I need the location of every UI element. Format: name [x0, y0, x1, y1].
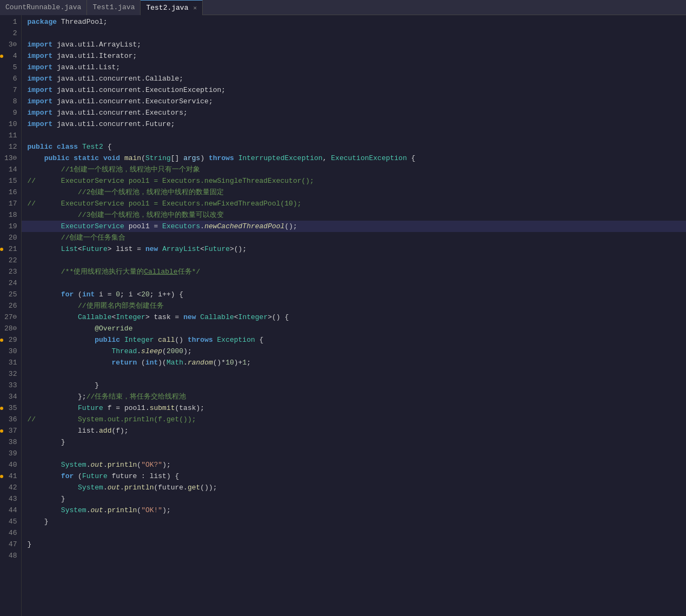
- line-num-18: 18: [4, 209, 17, 221]
- tab-test1[interactable]: Test1.java: [87, 0, 141, 15]
- tab-test2-close-icon[interactable]: ✕: [193, 4, 197, 11]
- code-line-16: //2创建一个线程池，线程池中线程的数量固定: [22, 187, 686, 198]
- code-line-6: import java.util.concurrent.Callable;: [22, 73, 686, 84]
- line-num-39: 39: [4, 448, 17, 459]
- code-line-7: import java.util.concurrent.ExecutionExc…: [22, 84, 686, 96]
- tab-test2-label: Test2.java: [146, 4, 188, 12]
- code-line-19: ExecutorService pool1 = Executors.newCac…: [22, 221, 686, 232]
- line-num-43: 43: [4, 493, 17, 505]
- code-line-46: [22, 527, 686, 539]
- line-num-46: 46: [4, 527, 17, 539]
- code-line-43: }: [22, 493, 686, 505]
- line-num-47: 47: [4, 539, 17, 550]
- code-line-48: [22, 550, 686, 561]
- code-line-17: // ExecutorService pool1 = Executors.new…: [22, 198, 686, 209]
- code-line-32: [22, 368, 686, 380]
- code-line-38: }: [22, 436, 686, 448]
- code-line-30: Thread.sleep(2000);: [22, 346, 686, 357]
- code-line-45: }: [22, 516, 686, 527]
- code-line-10: import java.util.concurrent.Future;: [22, 118, 686, 130]
- line-num-9: 9: [4, 107, 17, 118]
- code-line-23: /**使用线程池执行大量的Callable任务*/: [22, 266, 686, 277]
- code-line-8: import java.util.concurrent.ExecutorServ…: [22, 96, 686, 107]
- code-line-35: Future f = pool1.submit(task);: [22, 402, 686, 414]
- code-line-18: //3创建一个线程池，线程池中的数量可以改变: [22, 209, 686, 221]
- line-num-12: 12: [4, 141, 17, 153]
- line-num-25: 25: [4, 289, 17, 300]
- line-num-44: 44: [4, 505, 17, 516]
- line-num-36: 36: [4, 414, 17, 425]
- line-num-41: 41: [4, 471, 17, 482]
- line-num-28: 28⊖: [4, 323, 17, 334]
- code-line-42: System.out.println(future.get());: [22, 482, 686, 493]
- code-line-29: public Integer call() throws Exception {: [22, 334, 686, 346]
- code-line-28: @Override: [22, 323, 686, 334]
- line-num-20: 20: [4, 232, 17, 243]
- line-num-8: 8: [4, 96, 17, 107]
- line-num-30: 30: [4, 346, 17, 357]
- code-line-20: //创建一个任务集合: [22, 232, 686, 243]
- line-num-21: 21: [4, 243, 17, 255]
- tab-count-runnable-label: CountRunnable.java: [5, 3, 81, 11]
- line-num-27: 27⊖: [4, 312, 17, 323]
- line-num-10: 10: [4, 118, 17, 130]
- line-num-4: 4: [4, 50, 17, 62]
- code-line-1: package ThreadPool;: [22, 16, 686, 28]
- line-num-24: 24: [4, 277, 17, 289]
- line-num-19: 19: [4, 221, 17, 232]
- line-num-42: 42: [4, 482, 17, 493]
- code-line-31: return (int)(Math.random()*10)+1;: [22, 357, 686, 368]
- line-num-26: 26: [4, 300, 17, 312]
- line-num-23: 23: [4, 266, 17, 277]
- code-line-2: [22, 28, 686, 39]
- line-num-1: 1: [4, 16, 17, 28]
- code-line-14: //1创建一个线程池，线程池中只有一个对象: [22, 164, 686, 175]
- code-line-40: System.out.println("OK?");: [22, 459, 686, 471]
- code-line-9: import java.util.concurrent.Executors;: [22, 107, 686, 118]
- code-line-47: }: [22, 539, 686, 550]
- code-line-41: for (Future future : list) {: [22, 471, 686, 482]
- line-num-33: 33: [4, 380, 17, 391]
- code-line-3: import java.util.ArrayList;: [22, 39, 686, 50]
- line-num-35: 35: [4, 402, 17, 414]
- line-num-16: 16: [4, 187, 17, 198]
- tab-test1-label: Test1.java: [92, 3, 135, 11]
- code-line-34: };//任务结束，将任务交给线程池: [22, 391, 686, 402]
- line-num-15: 15: [4, 175, 17, 187]
- tab-test2[interactable]: Test2.java ✕: [141, 0, 203, 15]
- line-num-13: 13⊖: [4, 153, 17, 164]
- code-line-25: for (int i = 0; i <20; i++) {: [22, 289, 686, 300]
- line-num-3: 3⊖: [4, 39, 17, 50]
- code-line-5: import java.util.List;: [22, 62, 686, 73]
- code-line-37: list.add(f);: [22, 425, 686, 436]
- code-line-36: // System.out.println(f.get());: [22, 414, 686, 425]
- code-line-13: public static void main(String[] args) t…: [22, 153, 686, 164]
- line-numbers: 1 2 3⊖ 4 5 6 7 8 9 10 11 12 13⊖ 14 15 16…: [0, 15, 22, 616]
- line-num-34: 34: [4, 391, 17, 402]
- code-line-22: [22, 255, 686, 266]
- code-line-39: [22, 448, 686, 459]
- code-line-21: List<Future> list = new ArrayList<Future…: [22, 243, 686, 255]
- tab-bar: CountRunnable.java Test1.java Test2.java…: [0, 0, 686, 15]
- line-num-17: 17: [4, 198, 17, 209]
- code-line-26: //使用匿名内部类创建任务: [22, 300, 686, 312]
- line-num-5: 5: [4, 62, 17, 73]
- code-line-27: Callable<Integer> task = new Callable<In…: [22, 312, 686, 323]
- line-num-2: 2: [4, 28, 17, 39]
- line-num-22: 22: [4, 255, 17, 266]
- line-num-38: 38: [4, 436, 17, 448]
- code-line-4: import java.util.Iterator;: [22, 50, 686, 62]
- code-line-11: [22, 130, 686, 141]
- line-num-48: 48: [4, 550, 17, 561]
- line-num-45: 45: [4, 516, 17, 527]
- line-num-14: 14: [4, 164, 17, 175]
- line-num-7: 7: [4, 84, 17, 96]
- line-num-6: 6: [4, 73, 17, 84]
- tab-count-runnable[interactable]: CountRunnable.java: [0, 0, 87, 15]
- line-num-11: 11: [4, 130, 17, 141]
- code-line-15: // ExecutorService pool1 = Executors.new…: [22, 175, 686, 187]
- code-container: 1 2 3⊖ 4 5 6 7 8 9 10 11 12 13⊖ 14 15 16…: [0, 15, 686, 616]
- code-lines: package ThreadPool; import java.util.Arr…: [22, 15, 686, 616]
- code-line-24: [22, 277, 686, 289]
- code-line-12: public class Test2 {: [22, 141, 686, 153]
